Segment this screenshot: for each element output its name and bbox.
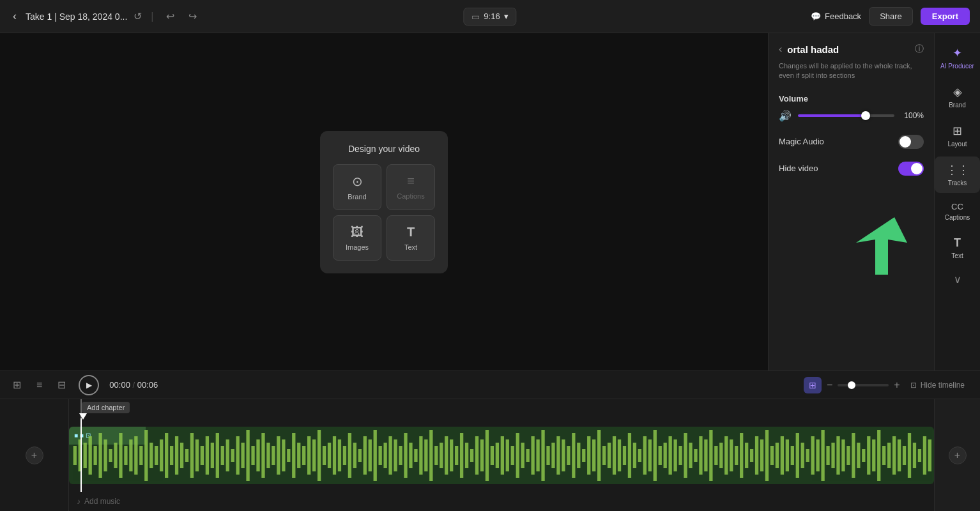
- grid-view-button[interactable]: ⊞: [804, 377, 822, 393]
- hide-video-toggle[interactable]: [898, 162, 924, 176]
- svg-rect-145: [811, 436, 815, 475]
- svg-rect-117: [669, 436, 672, 475]
- aspect-ratio-button[interactable]: ▭ 9:16 ▾: [463, 8, 516, 26]
- volume-slider[interactable]: [798, 114, 894, 117]
- svg-rect-61: [383, 443, 387, 468]
- svg-rect-76: [460, 433, 463, 478]
- timeline-icon-btn-3[interactable]: ⊟: [55, 376, 68, 393]
- svg-rect-148: [826, 446, 829, 465]
- svg-rect-120: [684, 433, 687, 478]
- svg-rect-142: [796, 433, 799, 478]
- sidebar-item-tracks[interactable]: ⋮⋮ Tracks: [935, 156, 980, 193]
- export-button[interactable]: Export: [921, 8, 970, 25]
- svg-rect-127: [719, 443, 723, 468]
- svg-rect-83: [496, 443, 499, 468]
- audio-waveform-container[interactable]: ■ ■ ⊡ .wv{fill:#8bc34a;opacity:0.85;}: [69, 427, 934, 484]
- sidebar-item-brand[interactable]: ◈ Brand: [935, 79, 980, 115]
- svg-rect-11: [129, 439, 132, 471]
- design-item-captions[interactable]: ≡ Captions: [387, 164, 435, 210]
- add-chapter-tooltip: Add chapter: [82, 402, 130, 413]
- design-item-text[interactable]: T Text: [387, 215, 435, 261]
- svg-rect-41: [282, 439, 285, 471]
- add-music-row[interactable]: ♪ Add music: [69, 492, 934, 511]
- svg-rect-32: [236, 436, 240, 475]
- text-label: Text: [404, 243, 417, 251]
- undo-button[interactable]: ↩: [162, 8, 178, 25]
- svg-rect-69: [424, 439, 427, 471]
- svg-rect-25: [201, 446, 204, 465]
- svg-rect-50: [328, 443, 331, 468]
- sidebar-item-layout[interactable]: ⊞ Layout: [935, 118, 980, 154]
- sidebar-more-icon[interactable]: ∨: [949, 268, 967, 291]
- hide-video-toggle-thumb: [911, 163, 923, 174]
- design-item-brand[interactable]: ⊙ Brand: [333, 164, 381, 210]
- main-area: Design your video ⊙ Brand ≡ Captions 🖼 I…: [0, 33, 980, 370]
- back-button[interactable]: ‹: [10, 7, 19, 26]
- svg-rect-72: [440, 443, 443, 468]
- svg-rect-59: [374, 430, 377, 481]
- svg-rect-104: [602, 446, 606, 465]
- svg-rect-14: [144, 430, 148, 481]
- add-track-button[interactable]: +: [26, 446, 43, 464]
- svg-rect-75: [455, 446, 458, 465]
- magic-audio-label: Magic Audio: [779, 137, 824, 146]
- timeline-icon-btn-1[interactable]: ⊞: [10, 376, 24, 393]
- svg-rect-119: [678, 446, 682, 465]
- share-button[interactable]: Share: [869, 7, 913, 26]
- info-icon[interactable]: ⓘ: [915, 43, 924, 55]
- svg-rect-12: [134, 436, 137, 475]
- svg-rect-78: [470, 449, 473, 462]
- svg-rect-20: [175, 436, 178, 475]
- svg-rect-124: [704, 439, 707, 471]
- svg-rect-85: [506, 439, 509, 471]
- svg-rect-4: [93, 446, 96, 465]
- sidebar-item-ai-producer[interactable]: ✦ AI Producer: [935, 40, 980, 76]
- svg-rect-154: [857, 443, 860, 468]
- track-content-area: Add chapter ■ ■ ⊡ .wv{fill:#: [69, 399, 934, 511]
- hide-timeline-label: Hide timeline: [921, 381, 965, 390]
- svg-rect-136: [765, 430, 769, 481]
- svg-rect-21: [180, 443, 183, 468]
- timeline-cursor-triangle: [79, 413, 87, 420]
- zoom-slider[interactable]: [838, 384, 889, 386]
- svg-rect-62: [388, 436, 392, 475]
- sidebar-item-text-label: Text: [951, 252, 963, 259]
- svg-rect-86: [511, 446, 514, 465]
- svg-rect-57: [364, 436, 367, 475]
- svg-rect-52: [338, 439, 341, 471]
- svg-rect-150: [836, 436, 839, 475]
- svg-rect-126: [714, 446, 717, 465]
- magic-audio-toggle[interactable]: [898, 135, 924, 149]
- svg-rect-134: [755, 436, 758, 475]
- zoom-out-button[interactable]: −: [827, 379, 832, 391]
- sidebar-item-brand-label: Brand: [949, 102, 966, 109]
- sidebar-item-captions[interactable]: CC Captions: [935, 195, 980, 227]
- svg-rect-160: [887, 443, 891, 468]
- timeline-icon-btn-2[interactable]: ≡: [34, 377, 45, 393]
- add-music-label: Add music: [84, 497, 120, 506]
- zoom-thumb: [848, 381, 855, 389]
- hide-timeline-button[interactable]: ⊡ Hide timeline: [905, 378, 970, 392]
- feedback-button[interactable]: 💬 Feedback: [811, 11, 861, 21]
- svg-rect-100: [582, 449, 585, 462]
- save-icon: ↺: [134, 10, 142, 22]
- svg-rect-167: [923, 436, 926, 475]
- add-section-button[interactable]: +: [949, 446, 967, 464]
- sidebar-item-text[interactable]: T Text: [935, 230, 980, 266]
- timeline-tracks: + Add chapter ■ ■ ⊡: [0, 399, 980, 511]
- svg-rect-0: [73, 446, 77, 465]
- svg-rect-23: [190, 433, 194, 478]
- svg-rect-137: [770, 446, 774, 465]
- svg-rect-94: [551, 443, 555, 468]
- track-settings-back-button[interactable]: ‹: [779, 43, 782, 55]
- brand-sidebar-icon: ◈: [953, 85, 962, 99]
- redo-button[interactable]: ↪: [185, 8, 201, 25]
- svg-rect-109: [628, 433, 631, 478]
- hide-timeline-icon: ⊡: [910, 381, 917, 390]
- zoom-in-button[interactable]: +: [894, 379, 900, 391]
- volume-icon: 🔊: [779, 110, 792, 122]
- tracks-icon: ⋮⋮: [946, 163, 969, 177]
- play-button[interactable]: ▶: [79, 375, 99, 395]
- design-item-images[interactable]: 🖼 Images: [333, 215, 381, 261]
- timeline-area: ⊞ ≡ ⊟ ▶ 00:00 / 00:06 ⊞ − + ⊡ Hide timel…: [0, 370, 980, 511]
